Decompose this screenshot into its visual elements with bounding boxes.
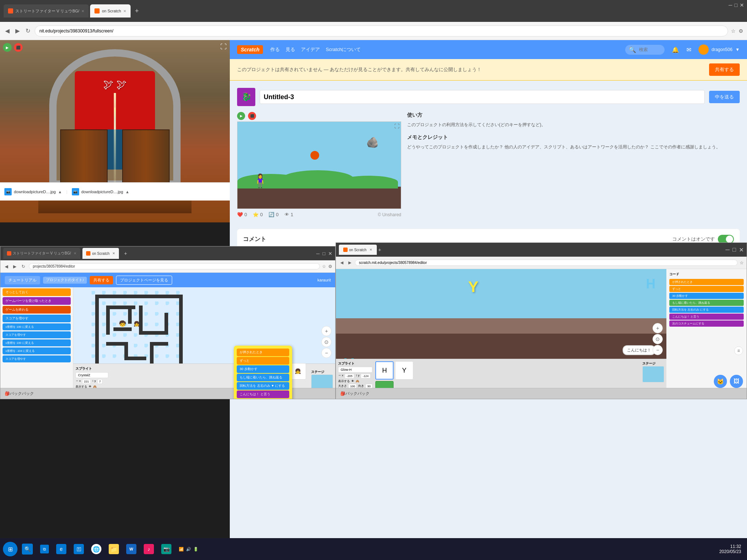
brw-min[interactable]: ─ (725, 246, 729, 253)
user-menu[interactable]: dragon506 ▼ (698, 44, 740, 55)
taskbar-word[interactable]: W (123, 542, 139, 556)
bw-bookmark-icon[interactable]: ☆ (322, 264, 326, 269)
taskbar-music[interactable]: ♪ (141, 542, 157, 556)
play-btn[interactable]: ▶ (3, 43, 12, 52)
brw-url-bar[interactable]: scratch.mit.edu/projects/380578984/edito… (355, 260, 738, 266)
brw-stage-add-btn[interactable]: 🖼 (730, 375, 743, 388)
project-title-input[interactable] (260, 90, 705, 104)
trigger-block[interactable]: が押されたとき (237, 349, 289, 356)
brw-sz-1[interactable]: ≡ (734, 346, 743, 355)
tab-streetfighter[interactable]: ストリートファイター V リュウBG/ ✕ (4, 4, 89, 18)
brw-tab-close[interactable]: ✕ (369, 248, 372, 252)
stop-button[interactable]: ⬛ (248, 112, 256, 120)
stop-btn-fs[interactable]: ⬛ (14, 43, 23, 52)
bookmark-icon[interactable]: ☆ (731, 28, 736, 34)
play-button[interactable]: ▶ (237, 112, 245, 120)
likes-stat[interactable]: ❤️ 0 (237, 212, 247, 217)
messages-icon[interactable]: ✉ (686, 46, 691, 53)
start-button[interactable]: ⊞ (3, 542, 18, 556)
brw-tab-active[interactable]: on Scratch ✕ (339, 245, 377, 255)
search-input[interactable] (639, 47, 661, 52)
zoom-fit-btn[interactable]: ⊙ (321, 337, 332, 347)
view-page-btn[interactable]: プロジェクトページを見る (116, 276, 172, 285)
stars-stat[interactable]: ⭐ 0 (253, 212, 263, 217)
brw-fwd-btn[interactable]: ▶ (347, 259, 353, 267)
brw-zoom-out[interactable]: − (653, 345, 663, 355)
tab-scratch[interactable]: on Scratch ✕ (90, 4, 131, 18)
share-button-top[interactable]: 共有する (709, 63, 740, 76)
code-block-9[interactable]: スコアを増やす (3, 355, 71, 362)
bw-close-btn[interactable]: ✕ (328, 251, 332, 256)
stop-sharing-btn[interactable]: 中を送る (709, 91, 740, 103)
download-item-2[interactable]: 📷 downloadpictureD....jpg ▲ (72, 188, 129, 195)
scratch-logo[interactable]: Scratch (237, 45, 263, 54)
code-popup[interactable]: が押されたとき ずっと 30 歩動かす もし端に着いたら、跳ね返る 回転方法を … (234, 346, 292, 399)
brw-new-tab[interactable]: + (378, 247, 381, 253)
bw-url-input[interactable]: projects/380578984/editor (29, 263, 320, 269)
code-block-1[interactable]: そっとしておく (3, 288, 71, 296)
code-block-8[interactable]: x座標を -104 に変える (3, 347, 71, 354)
editor-stage[interactable]: 🧒 👧 スプライト CrystalZ ↔ x 221 ↕ y 7 (73, 287, 335, 398)
taskbar-ie[interactable]: e (53, 542, 69, 556)
settings-icon[interactable]: ⚙ (739, 28, 743, 34)
bw-max-btn[interactable]: □ (322, 251, 325, 256)
move-block[interactable]: 30 歩動かす (237, 365, 289, 373)
refresh-btn[interactable]: ↻ (24, 26, 32, 36)
project-title-field[interactable] (43, 277, 87, 284)
brw-max[interactable]: □ (732, 246, 736, 253)
url-input[interactable] (35, 26, 728, 36)
tab-close-2[interactable]: ✕ (123, 9, 126, 13)
taskbar-chrome[interactable]: 🌐 (88, 542, 104, 556)
nav-about[interactable]: Scratchについて (326, 46, 361, 53)
brw-stage[interactable]: Y H H こんにちは！ 🌾 🌾 スプライト Glow-H (336, 269, 666, 399)
brw-zoom-in[interactable]: + (653, 323, 663, 333)
code-block-7[interactable]: x座標を 100 に変える (3, 339, 71, 346)
notification-icon[interactable]: 🔔 (672, 46, 679, 53)
brw-cb-2[interactable]: ずっと (669, 286, 744, 292)
download-chevron-1[interactable]: ▲ (58, 190, 62, 194)
bw-close-1[interactable]: ✕ (74, 252, 77, 255)
brw-backpack[interactable]: 🎒 バックパック (336, 388, 747, 399)
bw-forward[interactable]: ▶ (12, 262, 18, 271)
taskbar-edge[interactable]: ⚿ (71, 542, 87, 556)
costume-block[interactable]: 次のコスチュームにする (237, 399, 289, 399)
stage-expand-icon[interactable]: ⛶ (394, 123, 399, 129)
minimize-btn[interactable]: ─ (729, 2, 732, 8)
brw-sthumb-2[interactable]: Y (395, 361, 413, 380)
code-block-4[interactable]: スコアを増やす (3, 315, 71, 322)
brw-bookmark[interactable]: ☆ (740, 260, 744, 265)
new-tab-button[interactable]: + (132, 6, 142, 16)
bw-close-2[interactable]: ✕ (112, 252, 115, 255)
close-btn[interactable]: ✕ (740, 2, 744, 8)
loop-block[interactable]: ずっと (237, 357, 289, 365)
say-block[interactable]: こんにちは！ と言う (237, 390, 289, 398)
brw-eye-2[interactable]: 🙈 (356, 380, 359, 383)
rotate-block[interactable]: 回転方法を 左右のみ ▼ にする (237, 382, 289, 390)
download-item-1[interactable]: 📷 downloadpictureD....jpg ▲ (4, 188, 62, 195)
expand-icon[interactable]: ⛶ (220, 43, 227, 51)
bw-tab-2[interactable]: on Scratch ✕ (82, 248, 119, 259)
stage-canvas[interactable]: 🧍‍♀️ 🪨 ⛶ (237, 121, 401, 209)
nav-see[interactable]: 見る (286, 46, 295, 53)
tab-close-1[interactable]: ✕ (81, 9, 84, 13)
bw-min-btn[interactable]: ─ (316, 251, 320, 256)
sprite-name-display[interactable]: CrystalZ (76, 372, 108, 378)
taskbar-folder[interactable]: 📁 (106, 542, 122, 556)
brw-cb-1[interactable]: が押されたとき (669, 279, 744, 285)
nav-ideas[interactable]: アイデア (301, 46, 320, 53)
bw-tab-1[interactable]: ストリートファイター V リュウBG/ ✕ (3, 248, 80, 259)
bw-refresh[interactable]: ↻ (20, 262, 27, 271)
brw-close[interactable]: ✕ (739, 246, 744, 253)
brw-cb-5[interactable]: 回転方法を 左右のみ にする (669, 307, 744, 313)
brw-sthumb-1[interactable]: H (375, 361, 394, 380)
brw-cb-3[interactable]: 30 歩動かす (669, 293, 744, 299)
share-btn-editor[interactable]: 共有する (90, 276, 113, 284)
bw-new-tab[interactable]: + (121, 249, 130, 258)
code-block-6[interactable]: スコアを増やす (3, 331, 71, 338)
code-block-5[interactable]: x座標を 100 に変える (3, 323, 71, 330)
brw-stage-thumb[interactable] (642, 366, 664, 382)
brw-back-btn[interactable]: ◀ (339, 259, 345, 267)
taskbar-taskview[interactable]: ⧉ (37, 542, 52, 556)
nav-make[interactable]: 作る (270, 46, 280, 53)
brw-sprite-name[interactable]: Glow-H (338, 367, 372, 373)
